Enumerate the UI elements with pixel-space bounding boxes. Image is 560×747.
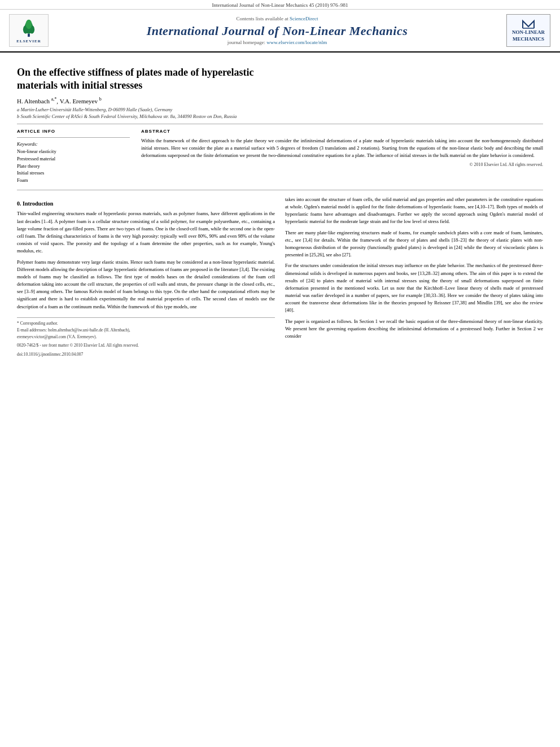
- keyword-4: Initial stresses: [17, 169, 130, 177]
- article-title: On the effective stiffness of plates mad…: [17, 66, 543, 93]
- nlm-logo-box: NON-LINEAR MECHANICS: [506, 14, 551, 47]
- journal-homepage: journal homepage: www.elsevier.com/locat…: [54, 40, 500, 45]
- header-divider: [17, 124, 543, 124]
- elsevier-wordmark: ELSEVIER: [16, 39, 41, 43]
- column-left: 0. Introduction Thin-walled engineering …: [17, 196, 275, 358]
- journal-title-area: Contents lists available at ScienceDirec…: [54, 16, 500, 45]
- journal-title: International Journal of Non-Linear Mech…: [54, 24, 500, 38]
- intro-para-2: Polymer foams may demonstrate very large…: [17, 259, 275, 311]
- top-bar: International Journal of Non-Linear Mech…: [0, 0, 560, 10]
- body-divider: [17, 190, 543, 190]
- journal-homepage-link[interactable]: www.elsevier.com/locate/nlm: [266, 40, 327, 45]
- keyword-2: Prestressed material: [17, 155, 130, 163]
- keywords-label: Keywords:: [17, 141, 130, 147]
- footnote-area: * Corresponding author. E-mail addresses…: [17, 317, 275, 340]
- journal-header: ELSEVIER Contents lists available at Sci…: [0, 10, 560, 53]
- body-columns: 0. Introduction Thin-walled engineering …: [17, 196, 543, 358]
- copyright-line: © 2010 Elsevier Ltd. All rights reserved…: [141, 162, 543, 167]
- abstract-header: ABSTRACT: [141, 129, 543, 134]
- keyword-3: Plate theory: [17, 163, 130, 170]
- svg-point-4: [25, 19, 32, 29]
- affiliation-b: b South Scientific Center of RASci & Sou…: [17, 113, 543, 120]
- article-info-header: ARTICLE INFO: [17, 129, 130, 134]
- intro-header: 0. Introduction: [17, 199, 275, 208]
- column-right: takes into account the structure of foam…: [285, 196, 543, 358]
- svg-rect-0: [28, 33, 30, 37]
- keyword-5: Foam: [17, 177, 130, 184]
- elsevier-tree-icon: [20, 18, 37, 38]
- keyword-1: Non-linear elasticity: [17, 148, 130, 155]
- affiliations: a Martin-Luther-Universität Halle-Witten…: [17, 107, 543, 120]
- article-info-panel: ARTICLE INFO Keywords: Non-linear elasti…: [17, 129, 130, 184]
- keywords-list: Non-linear elasticity Prestressed materi…: [17, 148, 130, 184]
- body-para-2: There are many plate-like engineering st…: [285, 229, 543, 259]
- footer-issn: 0020-7462/$ - see front matter © 2010 El…: [17, 342, 275, 349]
- abstract-panel: ABSTRACT Within the framework of the dir…: [141, 129, 543, 184]
- body-para-1: takes into account the structure of foam…: [285, 196, 543, 226]
- author-names: H. Altenbach a,*, V.A. Eremeyev b: [17, 98, 102, 104]
- authors-line: H. Altenbach a,*, V.A. Eremeyev b: [17, 97, 543, 105]
- footnote-star: * Corresponding author.: [17, 320, 275, 326]
- abstract-text: Within the framework of the direct appro…: [141, 137, 543, 159]
- body-para-4: The paper is organized as follows. In Se…: [285, 318, 543, 340]
- nlm-journal-logo: NON-LINEAR MECHANICS: [506, 14, 550, 47]
- main-content: On the effective stiffness of plates mad…: [0, 53, 560, 364]
- footnote-email-2: eremeyev.victor@gmail.com (V.A. Eremeyev…: [17, 334, 275, 340]
- journal-citation: International Journal of Non-Linear Mech…: [212, 2, 348, 8]
- info-divider: [17, 137, 130, 138]
- footnote-email-1: E-mail addresses: holm.altenbach@iw.uni-…: [17, 327, 275, 333]
- footer-doi: doi:10.1016/j.ijnonlinmec.2010.04.007: [17, 351, 275, 358]
- nlm-icon: [520, 18, 537, 29]
- elsevier-logo: ELSEVIER: [9, 14, 49, 47]
- nlm-title-line2: MECHANICS: [513, 36, 544, 43]
- body-para-3: For the structures under consideration t…: [285, 262, 543, 314]
- sciencedirect-link[interactable]: ScienceDirect: [290, 16, 318, 21]
- intro-para-1: Thin-walled engineering structures made …: [17, 210, 275, 255]
- affiliation-a: a Martin-Luther-Universität Halle-Witten…: [17, 107, 543, 113]
- contents-line: Contents lists available at ScienceDirec…: [54, 16, 500, 21]
- article-meta: ARTICLE INFO Keywords: Non-linear elasti…: [17, 129, 543, 184]
- nlm-title-line1: NON-LINEAR: [512, 29, 545, 36]
